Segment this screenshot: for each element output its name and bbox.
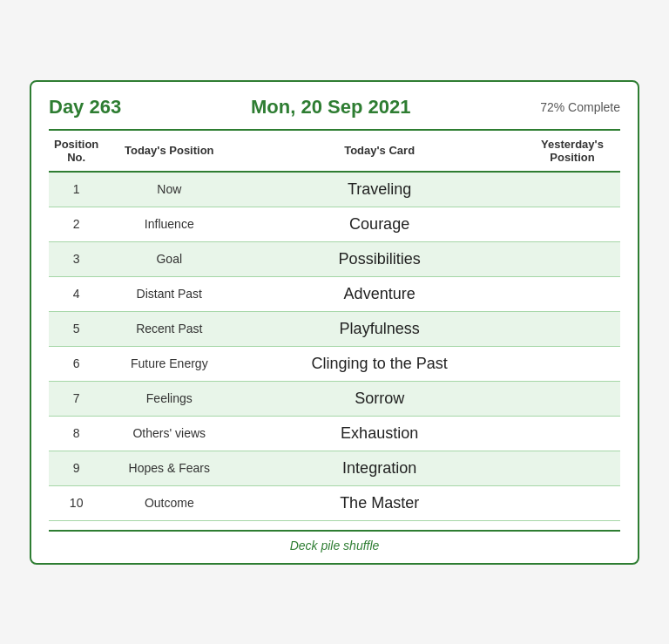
positions-table: Position No. Today's Position Today's Ca… (49, 129, 620, 521)
cell-today-card: The Master (234, 485, 524, 520)
cell-yesterday-position (524, 241, 620, 276)
cell-today-position: Others' views (104, 416, 234, 451)
table-header-row: Position No. Today's Position Today's Ca… (49, 130, 620, 172)
cell-today-position: Now (104, 172, 234, 207)
table-row: 5Recent PastPlayfulness (49, 311, 620, 346)
table-row: 6Future EnergyClinging to the Past (49, 346, 620, 381)
table-row: 3GoalPossibilities (49, 241, 620, 276)
cell-position-no: 3 (49, 241, 104, 276)
cell-today-card: Playfulness (234, 311, 524, 346)
cell-position-no: 5 (49, 311, 104, 346)
cell-today-card: Integration (234, 451, 524, 485)
cell-today-position: Feelings (104, 381, 234, 416)
cell-position-no: 10 (49, 485, 104, 520)
cell-today-card: Traveling (234, 172, 524, 207)
cell-today-position: Recent Past (104, 311, 234, 346)
cell-yesterday-position (524, 172, 620, 207)
footer-text: Deck pile shuffle (49, 530, 620, 552)
cell-today-card: Possibilities (234, 241, 524, 276)
cell-today-position: Influence (104, 207, 234, 241)
cell-yesterday-position (524, 311, 620, 346)
col-today-position: Today's Position (104, 130, 234, 172)
col-yesterday-position: Yesterday's Position (524, 130, 620, 172)
cell-yesterday-position (524, 381, 620, 416)
cell-position-no: 6 (49, 346, 104, 381)
cell-position-no: 1 (49, 172, 104, 207)
table-row: 4Distant PastAdventure (49, 276, 620, 311)
cell-today-card: Courage (234, 207, 524, 241)
complete-label: 72% Complete (540, 100, 620, 114)
cell-today-card: Adventure (234, 276, 524, 311)
cell-yesterday-position (524, 416, 620, 451)
cell-today-position: Distant Past (104, 276, 234, 311)
cell-yesterday-position (524, 276, 620, 311)
col-today-card: Today's Card (234, 130, 524, 172)
table-row: 8Others' viewsExhaustion (49, 416, 620, 451)
cell-today-card: Clinging to the Past (234, 346, 524, 381)
header-row: Day 263 Mon, 20 Sep 2021 72% Complete (49, 96, 620, 119)
table-row: 2InfluenceCourage (49, 207, 620, 241)
cell-today-position: Outcome (104, 485, 234, 520)
date-label: Mon, 20 Sep 2021 (251, 96, 410, 119)
cell-position-no: 2 (49, 207, 104, 241)
table-row: 7FeelingsSorrow (49, 381, 620, 416)
cell-yesterday-position (524, 485, 620, 520)
cell-yesterday-position (524, 207, 620, 241)
cell-position-no: 9 (49, 451, 104, 485)
cell-yesterday-position (524, 451, 620, 485)
cell-today-card: Sorrow (234, 381, 524, 416)
cell-position-no: 7 (49, 381, 104, 416)
cell-today-position: Goal (104, 241, 234, 276)
cell-today-position: Hopes & Fears (104, 451, 234, 485)
cell-yesterday-position (524, 346, 620, 381)
main-card: Day 263 Mon, 20 Sep 2021 72% Complete Po… (30, 80, 639, 565)
cell-position-no: 4 (49, 276, 104, 311)
table-row: 10OutcomeThe Master (49, 485, 620, 520)
table-row: 9Hopes & FearsIntegration (49, 451, 620, 485)
cell-today-position: Future Energy (104, 346, 234, 381)
day-label: Day 263 (49, 96, 121, 119)
table-row: 1NowTraveling (49, 172, 620, 207)
cell-today-card: Exhaustion (234, 416, 524, 451)
cell-position-no: 8 (49, 416, 104, 451)
col-position-no: Position No. (49, 130, 104, 172)
